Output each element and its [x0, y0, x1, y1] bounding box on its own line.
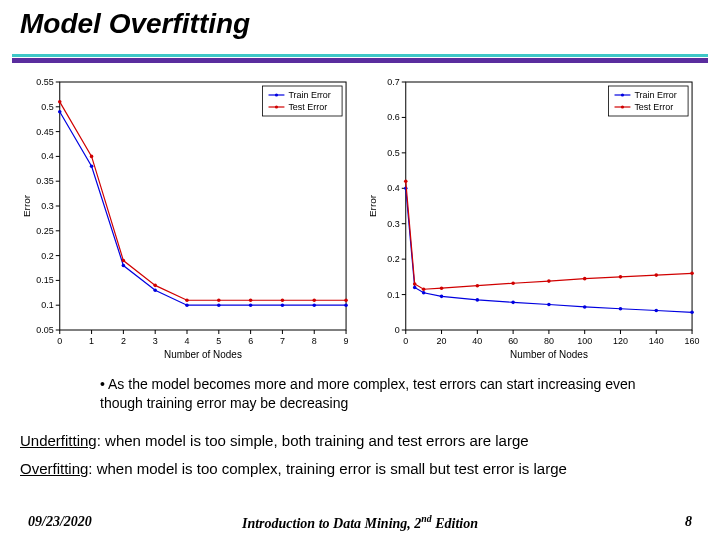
- svg-point-114: [511, 301, 515, 305]
- svg-text:7: 7: [280, 336, 285, 346]
- svg-text:20: 20: [437, 336, 447, 346]
- svg-text:140: 140: [649, 336, 664, 346]
- svg-text:3: 3: [153, 336, 158, 346]
- svg-text:0.4: 0.4: [41, 151, 53, 161]
- svg-text:0.5: 0.5: [41, 102, 53, 112]
- svg-point-48: [153, 289, 157, 293]
- svg-point-56: [90, 155, 94, 159]
- svg-text:0.1: 0.1: [41, 300, 53, 310]
- svg-point-45: [58, 110, 62, 114]
- svg-text:Error: Error: [367, 194, 378, 217]
- svg-point-125: [511, 281, 515, 285]
- svg-text:1: 1: [89, 336, 94, 346]
- underfitting-line: Underfitting: when model is too simple, …: [20, 432, 700, 449]
- svg-point-136: [621, 105, 624, 108]
- svg-text:40: 40: [472, 336, 482, 346]
- page-title: Model Overfitting: [20, 8, 250, 40]
- page-number: 8: [685, 514, 692, 530]
- svg-point-133: [621, 93, 624, 96]
- svg-point-67: [275, 93, 278, 96]
- svg-point-61: [249, 298, 253, 302]
- svg-text:0.35: 0.35: [36, 176, 53, 186]
- svg-text:Test Error: Test Error: [634, 102, 673, 112]
- svg-text:Train Error: Train Error: [288, 90, 330, 100]
- svg-point-123: [440, 286, 444, 290]
- svg-point-130: [690, 272, 694, 276]
- svg-text:Error: Error: [21, 194, 32, 217]
- svg-point-57: [122, 259, 126, 263]
- svg-text:80: 80: [544, 336, 554, 346]
- svg-text:Number of Nodes: Number of Nodes: [510, 349, 588, 360]
- svg-point-129: [654, 273, 658, 277]
- svg-text:0: 0: [57, 336, 62, 346]
- svg-point-117: [619, 307, 623, 311]
- svg-text:Train Error: Train Error: [634, 90, 676, 100]
- svg-text:160: 160: [685, 336, 700, 346]
- svg-point-111: [422, 291, 426, 295]
- svg-text:2: 2: [121, 336, 126, 346]
- svg-point-54: [344, 303, 348, 307]
- svg-text:0.2: 0.2: [41, 251, 53, 261]
- footer: 09/23/2020 Introduction to Data Mining, …: [0, 514, 720, 530]
- svg-text:0.55: 0.55: [36, 77, 53, 87]
- svg-point-70: [275, 105, 278, 108]
- footer-date: 09/23/2020: [28, 514, 92, 530]
- svg-text:120: 120: [613, 336, 628, 346]
- svg-rect-0: [60, 82, 346, 330]
- svg-text:Number of Nodes: Number of Nodes: [164, 349, 242, 360]
- svg-point-127: [583, 277, 587, 281]
- svg-text:4: 4: [185, 336, 190, 346]
- svg-point-113: [476, 298, 480, 302]
- divider: [12, 54, 708, 63]
- svg-point-59: [185, 298, 189, 302]
- chart-right: 00.10.20.30.40.50.60.7020406080100120140…: [364, 74, 702, 364]
- svg-point-55: [58, 100, 62, 104]
- svg-text:0: 0: [403, 336, 408, 346]
- underfitting-label: Underfitting: [20, 432, 97, 449]
- svg-point-115: [547, 303, 551, 307]
- svg-point-110: [413, 286, 417, 290]
- svg-text:0.2: 0.2: [387, 254, 399, 264]
- svg-rect-72: [406, 82, 692, 330]
- svg-text:0.5: 0.5: [387, 148, 399, 158]
- svg-text:100: 100: [577, 336, 592, 346]
- svg-point-120: [404, 179, 408, 183]
- svg-point-122: [422, 287, 426, 291]
- svg-text:0.3: 0.3: [41, 201, 53, 211]
- overfitting-rest: : when model is too complex, training er…: [88, 460, 567, 477]
- svg-point-116: [583, 305, 587, 309]
- svg-point-52: [281, 303, 285, 307]
- footer-center: Introduction to Data Mining, 2nd Edition: [0, 513, 720, 532]
- svg-point-62: [281, 298, 285, 302]
- svg-point-49: [185, 303, 189, 307]
- svg-text:0.15: 0.15: [36, 275, 53, 285]
- overfitting-line: Overfitting: when model is too complex, …: [20, 460, 700, 477]
- svg-text:0: 0: [395, 325, 400, 335]
- svg-point-121: [413, 282, 417, 286]
- svg-text:0.1: 0.1: [387, 290, 399, 300]
- svg-point-112: [440, 295, 444, 299]
- svg-text:60: 60: [508, 336, 518, 346]
- svg-text:0.6: 0.6: [387, 112, 399, 122]
- svg-point-60: [217, 298, 221, 302]
- charts-row: 0.050.10.150.20.250.30.350.40.450.50.550…: [18, 74, 702, 364]
- svg-text:0.3: 0.3: [387, 219, 399, 229]
- underfitting-rest: : when model is too simple, both trainin…: [97, 432, 529, 449]
- svg-point-51: [249, 303, 253, 307]
- svg-text:0.4: 0.4: [387, 183, 399, 193]
- svg-point-124: [476, 284, 480, 288]
- svg-text:0.7: 0.7: [387, 77, 399, 87]
- svg-point-118: [654, 309, 658, 313]
- svg-point-119: [690, 310, 694, 314]
- svg-point-126: [547, 279, 551, 283]
- svg-text:0.25: 0.25: [36, 226, 53, 236]
- svg-text:8: 8: [312, 336, 317, 346]
- svg-text:Test Error: Test Error: [288, 102, 327, 112]
- overfitting-label: Overfitting: [20, 460, 88, 477]
- svg-point-64: [344, 298, 348, 302]
- chart-left: 0.050.10.150.20.250.30.350.40.450.50.550…: [18, 74, 356, 364]
- svg-point-58: [153, 284, 157, 288]
- svg-point-128: [619, 275, 623, 279]
- bullet-text: • As the model becomes more and more com…: [100, 375, 670, 413]
- svg-point-63: [312, 298, 316, 302]
